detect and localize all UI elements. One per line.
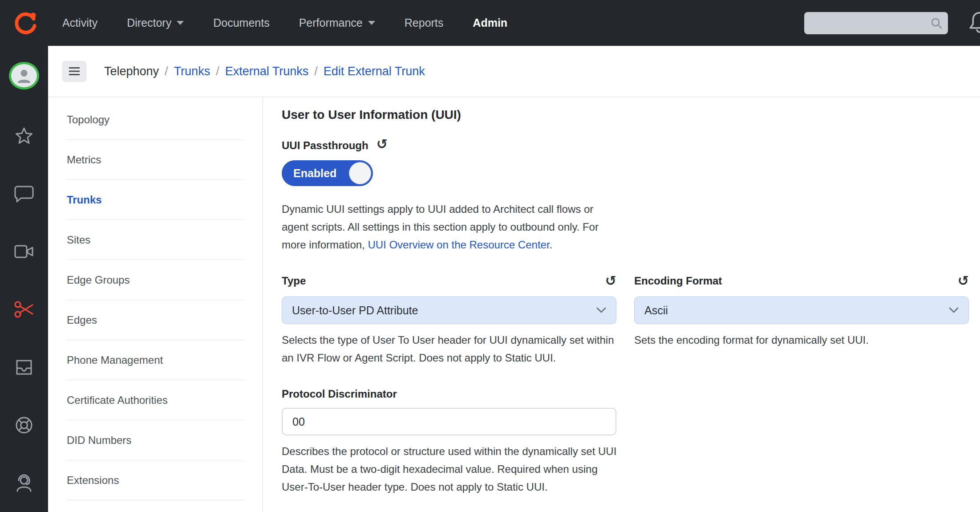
protocol-discriminator-input[interactable] [282, 408, 616, 435]
menu-item-metrics[interactable]: Metrics [67, 140, 244, 180]
chat-button[interactable] [0, 165, 48, 223]
left-icon-rail [0, 46, 48, 512]
nav-item-performance[interactable]: Performance [299, 16, 375, 29]
breadcrumb-bar: Telephony / Trunks / External Trunks / E… [48, 46, 980, 97]
video-button[interactable] [0, 223, 48, 280]
chevron-down-icon [177, 21, 184, 25]
breadcrumb-separator: / [165, 65, 168, 78]
nav-item-label: Performance [299, 16, 363, 29]
menu-toggle-button[interactable] [62, 61, 86, 82]
protocol-label-row: Protocol Discriminator [282, 386, 980, 402]
inbox-tray-icon [14, 358, 34, 377]
uui-overview-link[interactable]: UUI Overview on the Resource Center [368, 239, 549, 251]
menu-item-topology[interactable]: Topology [67, 100, 244, 140]
reset-icon[interactable]: ↺ [958, 274, 969, 288]
protocol-discriminator-field: Protocol Discriminator Describes the pro… [282, 386, 980, 496]
protocol-help-text: Describes the protocol or structure used… [282, 443, 618, 496]
bell-icon [968, 10, 980, 35]
field-columns: Type ↺ User-to-User PD Attribute Selects… [282, 273, 980, 367]
uui-settings-panel: User to User Information (UUI) UUI Passt… [263, 97, 980, 512]
menu-item-phone-management[interactable]: Phone Management [67, 340, 244, 380]
nav-item-reports[interactable]: Reports [405, 16, 444, 29]
search-icon [930, 17, 943, 29]
hamburger-icon [69, 67, 80, 76]
uui-passthrough-label: UUI Passthrough [282, 139, 369, 152]
content-area: Telephony / Trunks / External Trunks / E… [48, 46, 980, 512]
nav-item-label: Directory [127, 16, 171, 29]
scissors-button[interactable] [0, 280, 48, 338]
notifications-button[interactable] [968, 10, 980, 37]
menu-item-trunks[interactable]: Trunks [67, 180, 244, 220]
type-label-row: Type ↺ [282, 273, 616, 289]
person-icon [16, 67, 32, 84]
nav-item-documents[interactable]: Documents [213, 16, 269, 29]
video-camera-icon [13, 243, 35, 260]
user-avatar[interactable] [9, 62, 39, 89]
uui-passthrough-toggle[interactable]: Enabled [282, 160, 373, 186]
encoding-select-value: Ascii [644, 304, 668, 317]
breadcrumb-item-trunks[interactable]: Trunks [174, 65, 211, 78]
menu-item-did-numbers[interactable]: DID Numbers [67, 420, 244, 460]
top-nav-items: Activity Directory Documents Performance… [62, 16, 507, 29]
menu-item-extensions[interactable]: Extensions [67, 460, 244, 500]
breadcrumb: Telephony / Trunks / External Trunks / E… [104, 65, 425, 78]
type-select-value: User-to-User PD Attribute [292, 304, 418, 317]
star-icon [14, 126, 34, 146]
help-button[interactable] [0, 396, 48, 454]
encoding-select[interactable]: Ascii [634, 297, 969, 324]
menu-item-certificate-authorities[interactable]: Certificate Authorities [67, 380, 244, 420]
genesys-logo-icon [11, 10, 37, 36]
breadcrumb-separator: / [216, 65, 219, 78]
encoding-help-text: Sets the encoding format for dynamically… [634, 331, 969, 349]
type-select[interactable]: User-to-User PD Attribute [282, 297, 616, 324]
chevron-down-icon [949, 307, 959, 313]
toggle-state-label: Enabled [293, 167, 336, 180]
telephony-menu: Topology Metrics Trunks Sites Edge Group… [48, 97, 263, 512]
menu-item-edges[interactable]: Edges [67, 300, 244, 340]
reset-icon[interactable]: ↺ [605, 274, 616, 288]
menu-item-edge-groups[interactable]: Edge Groups [67, 260, 244, 300]
section-title: User to User Information (UUI) [282, 108, 980, 122]
breadcrumb-item-telephony: Telephony [104, 65, 159, 78]
scissors-icon [13, 300, 35, 319]
breadcrumb-item-edit-external-trunk[interactable]: Edit External Trunk [324, 65, 425, 78]
breadcrumb-separator: / [314, 65, 318, 78]
toggle-knob [349, 162, 371, 184]
agent-button[interactable] [0, 454, 48, 512]
body-row: Telephony / Trunks / External Trunks / E… [0, 46, 980, 512]
reset-icon[interactable]: ↺ [377, 138, 388, 151]
description-text-end: . [550, 239, 553, 251]
nav-item-directory[interactable]: Directory [127, 16, 184, 29]
page-body: Topology Metrics Trunks Sites Edge Group… [48, 97, 980, 512]
chevron-down-icon [596, 307, 606, 313]
menu-item-sites[interactable]: Sites [67, 220, 244, 260]
favorites-button[interactable] [0, 107, 48, 165]
protocol-label: Protocol Discriminator [282, 388, 397, 400]
global-search[interactable] [804, 12, 948, 34]
app-root: Activity Directory Documents Performance… [0, 0, 980, 512]
type-label: Type [282, 275, 306, 287]
uui-passthrough-label-row: UUI Passthrough ↺ [282, 138, 980, 153]
type-help-text: Selects the type of User To User header … [282, 331, 616, 367]
chevron-down-icon [368, 21, 375, 25]
encoding-field-column: Encoding Format ↺ Ascii Sets the encodin… [634, 273, 969, 367]
rail-icons [0, 107, 48, 512]
encoding-label-row: Encoding Format ↺ [634, 273, 969, 289]
type-field-column: Type ↺ User-to-User PD Attribute Selects… [282, 273, 616, 367]
agent-headset-icon [14, 473, 34, 493]
genesys-logo[interactable] [0, 0, 48, 46]
nav-item-admin[interactable]: Admin [473, 16, 507, 29]
topbar-right [804, 10, 980, 37]
uui-description: Dynamic UUI settings apply to UUI added … [282, 200, 618, 254]
nav-item-activity[interactable]: Activity [62, 16, 97, 29]
inbox-button[interactable] [0, 338, 48, 396]
chat-bubble-icon [14, 184, 34, 203]
life-buoy-icon [14, 415, 34, 435]
encoding-label: Encoding Format [634, 275, 722, 287]
breadcrumb-item-external-trunks[interactable]: External Trunks [225, 65, 309, 78]
top-navbar: Activity Directory Documents Performance… [0, 0, 980, 46]
search-input[interactable] [812, 16, 930, 30]
